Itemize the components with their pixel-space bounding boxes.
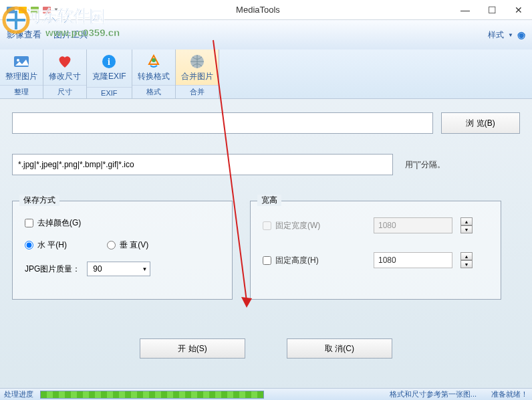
start-button[interactable]: 开 始(S) bbox=[140, 338, 245, 359]
horizontal-radio[interactable]: 水 平(H) bbox=[25, 239, 67, 251]
heart-icon bbox=[56, 54, 74, 70]
main-panel: 浏 览(B) *.jpg|*.jpeg|*.png|*.bmp|*.gif|*.… bbox=[0, 99, 532, 388]
progress-label: 处理进度 bbox=[4, 389, 33, 399]
svg-text:i: i bbox=[108, 57, 110, 67]
quick-access-toolbar: ▼ bbox=[0, 5, 64, 15]
group-size-label: 尺寸 bbox=[43, 85, 86, 98]
browse-button[interactable]: 浏 览(B) bbox=[441, 112, 520, 134]
close-button[interactable]: ✕ bbox=[505, 0, 532, 20]
exif-label: 克隆EXIF bbox=[92, 71, 126, 82]
svg-point-11 bbox=[152, 58, 156, 62]
ribbon-group-merge: 合并图片 合并 bbox=[176, 49, 219, 98]
save-method-fieldset: 保存方式 去掉颜色(G) 水 平(H) 垂 直(V) JPG图片质量： 90 ▼ bbox=[12, 201, 233, 300]
vertical-label: 垂 直(V) bbox=[120, 239, 148, 251]
remove-color-checkbox[interactable]: 去掉颜色(G) bbox=[25, 217, 81, 229]
organize-images-button[interactable]: 整理图片 bbox=[0, 52, 43, 84]
filter-note: 用"|"分隔。 bbox=[405, 159, 445, 171]
status-message-2: 准备就绪！ bbox=[491, 389, 528, 399]
info-icon: i bbox=[100, 54, 118, 70]
dimensions-legend: 宽高 bbox=[257, 195, 281, 206]
svg-rect-2 bbox=[31, 7, 39, 13]
fixed-height-checkbox[interactable]: 固定高度(H) bbox=[263, 255, 366, 266]
window-title: MediaTools bbox=[64, 5, 452, 15]
organize-label: 整理图片 bbox=[5, 71, 37, 82]
fixed-height-label: 固定高度(H) bbox=[275, 255, 319, 266]
statusbar: 处理进度 格式和尺寸参考第一张图... 准备就绪！ bbox=[0, 388, 532, 400]
save-method-legend: 保存方式 bbox=[19, 195, 59, 206]
menu-style[interactable]: 样式 bbox=[488, 29, 504, 41]
qat-dropdown-icon[interactable]: ▼ bbox=[53, 5, 64, 15]
clone-exif-button[interactable]: i 克隆EXIF bbox=[87, 52, 132, 84]
spin-down-icon[interactable]: ▼ bbox=[460, 260, 473, 268]
resize-label: 修改尺寸 bbox=[49, 71, 81, 82]
svg-rect-0 bbox=[7, 7, 15, 13]
menu-image-view[interactable]: 影像查看 bbox=[7, 29, 41, 41]
ribbon-group-organize: 整理图片 整理 bbox=[0, 49, 43, 98]
convert-format-button[interactable]: 转换格式 bbox=[132, 52, 175, 84]
merge-images-button[interactable]: 合并图片 bbox=[176, 52, 219, 84]
jpg-quality-select[interactable]: 90 ▼ bbox=[87, 262, 150, 276]
path-input[interactable] bbox=[12, 112, 433, 134]
titlebar: ▼ MediaTools — ☐ ✕ bbox=[0, 0, 532, 20]
convert-icon bbox=[145, 54, 162, 70]
svg-rect-3 bbox=[43, 7, 51, 13]
group-organize-label: 整理 bbox=[0, 85, 43, 98]
spin-up-icon[interactable]: ▲ bbox=[460, 217, 473, 225]
svg-point-8 bbox=[17, 59, 19, 62]
jpg-quality-value: 90 bbox=[93, 264, 102, 274]
filter-value: *.jpg|*.jpeg|*.png|*.bmp|*.gif|*.ico bbox=[18, 160, 134, 169]
qat-icon-2[interactable] bbox=[17, 5, 28, 15]
horizontal-label: 水 平(H) bbox=[37, 239, 67, 251]
globe-icon bbox=[188, 54, 206, 70]
minimize-button[interactable]: — bbox=[452, 0, 479, 20]
height-input[interactable]: 1080 bbox=[374, 252, 452, 268]
group-exif-label: EXIF bbox=[87, 87, 132, 98]
convert-label: 转换格式 bbox=[138, 71, 170, 82]
remove-color-label: 去掉颜色(G) bbox=[37, 217, 81, 229]
menubar: 影像查看 图片工具 样式 ▼ ◉ bbox=[0, 20, 532, 49]
group-merge-label: 合并 bbox=[176, 85, 219, 98]
resize-button[interactable]: 修改尺寸 bbox=[43, 52, 86, 84]
progress-bar bbox=[40, 391, 264, 399]
status-message-1: 格式和尺寸参考第一张图... bbox=[390, 389, 477, 399]
qat-icon-3[interactable] bbox=[29, 5, 40, 15]
ribbon-group-convert: 转换格式 格式 bbox=[132, 49, 176, 98]
ribbon-toolbar: 整理图片 整理 修改尺寸 尺寸 i 克隆EXIF EXIF 转换格式 格式 合并… bbox=[0, 49, 532, 99]
vertical-radio[interactable]: 垂 直(V) bbox=[107, 239, 148, 251]
group-format-label: 格式 bbox=[132, 85, 175, 98]
qat-icon-1[interactable] bbox=[5, 5, 16, 15]
width-input: 1080 bbox=[374, 217, 452, 233]
cancel-button[interactable]: 取 消(C) bbox=[287, 338, 392, 359]
ribbon-group-resize: 修改尺寸 尺寸 bbox=[43, 49, 87, 98]
qat-icon-4[interactable] bbox=[41, 5, 52, 15]
merge-label: 合并图片 bbox=[181, 71, 213, 82]
spin-down-icon[interactable]: ▼ bbox=[460, 225, 473, 233]
chevron-down-icon: ▼ bbox=[142, 266, 147, 272]
maximize-button[interactable]: ☐ bbox=[479, 0, 505, 20]
file-filter-input[interactable]: *.jpg|*.jpeg|*.png|*.bmp|*.gif|*.ico bbox=[12, 154, 393, 175]
height-spinner: ▲▼ bbox=[460, 252, 473, 268]
ribbon-group-exif: i 克隆EXIF EXIF bbox=[87, 49, 132, 98]
width-spinner: ▲▼ bbox=[460, 217, 473, 233]
menu-image-tools[interactable]: 图片工具 bbox=[53, 29, 88, 41]
help-icon[interactable]: ◉ bbox=[517, 29, 525, 40]
style-dropdown-icon[interactable]: ▼ bbox=[508, 32, 513, 38]
dimensions-fieldset: 宽高 固定宽度(W) 1080 ▲▼ 固定高度(H) 1080 ▲▼ bbox=[250, 201, 501, 300]
jpg-quality-label: JPG图片质量： bbox=[25, 264, 80, 275]
fixed-width-checkbox[interactable]: 固定宽度(W) bbox=[263, 220, 366, 231]
fixed-width-label: 固定宽度(W) bbox=[275, 220, 320, 231]
image-icon bbox=[13, 54, 30, 70]
svg-rect-1 bbox=[19, 7, 27, 13]
spin-up-icon[interactable]: ▲ bbox=[460, 252, 473, 260]
